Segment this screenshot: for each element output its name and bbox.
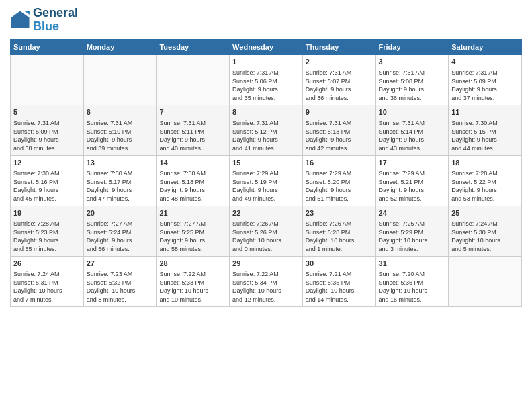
- day-info: Daylight: 10 hours: [306, 236, 373, 245]
- day-info: Sunset: 5:34 PM: [232, 279, 300, 287]
- day-info: and 42 minutes.: [306, 144, 373, 153]
- day-info: Daylight: 10 hours: [232, 287, 300, 295]
- calendar-cell: 18Sunrise: 7:28 AMSunset: 5:22 PMDayligh…: [449, 155, 522, 205]
- day-info: Sunset: 5:31 PM: [13, 279, 81, 287]
- day-info: and 36 minutes.: [379, 94, 446, 103]
- day-header-monday: Monday: [83, 39, 157, 54]
- day-info: Sunset: 5:10 PM: [87, 128, 154, 136]
- day-number: 6: [87, 107, 154, 118]
- calendar-cell: [11, 54, 84, 105]
- day-number: 4: [451, 57, 519, 67]
- day-header-sunday: Sunday: [11, 39, 84, 54]
- day-info: and 8 minutes.: [87, 295, 154, 304]
- day-info: Sunset: 5:16 PM: [13, 178, 81, 187]
- header-row: SundayMondayTuesdayWednesdayThursdayFrid…: [11, 39, 522, 54]
- day-number: 31: [379, 259, 446, 269]
- day-info: Daylight: 9 hours: [13, 136, 81, 144]
- day-info: Daylight: 9 hours: [159, 236, 226, 245]
- day-info: Sunset: 5:24 PM: [87, 228, 154, 237]
- day-info: Sunrise: 7:22 AM: [232, 270, 300, 279]
- day-info: Sunrise: 7:29 AM: [379, 169, 446, 178]
- day-number: 9: [306, 107, 373, 118]
- week-row-2: 5Sunrise: 7:31 AMSunset: 5:09 PMDaylight…: [11, 105, 522, 155]
- day-info: Daylight: 9 hours: [306, 85, 373, 94]
- day-info: Sunrise: 7:29 AM: [306, 169, 373, 178]
- calendar-cell: 28Sunrise: 7:22 AMSunset: 5:33 PMDayligh…: [157, 256, 230, 306]
- day-header-tuesday: Tuesday: [157, 39, 230, 54]
- day-info: and 49 minutes.: [232, 195, 300, 203]
- day-info: and 51 minutes.: [306, 195, 373, 203]
- day-info: and 47 minutes.: [87, 195, 154, 203]
- page-header: General Blue: [10, 7, 522, 34]
- calendar-cell: 3Sunrise: 7:31 AMSunset: 5:08 PMDaylight…: [375, 54, 449, 105]
- day-header-wednesday: Wednesday: [230, 39, 303, 54]
- calendar-cell: 4Sunrise: 7:31 AMSunset: 5:09 PMDaylight…: [449, 54, 522, 105]
- calendar-cell: 12Sunrise: 7:30 AMSunset: 5:16 PMDayligh…: [11, 155, 84, 205]
- calendar-cell: 27Sunrise: 7:23 AMSunset: 5:32 PMDayligh…: [83, 256, 157, 306]
- calendar-cell: 6Sunrise: 7:31 AMSunset: 5:10 PMDaylight…: [83, 105, 157, 155]
- day-number: 17: [379, 158, 446, 168]
- logo: General Blue: [10, 7, 78, 34]
- day-number: 11: [451, 107, 519, 118]
- day-info: Sunset: 5:13 PM: [306, 128, 373, 136]
- day-number: 16: [306, 158, 373, 168]
- day-info: Sunset: 5:32 PM: [87, 279, 154, 287]
- day-info: and 52 minutes.: [379, 195, 446, 203]
- day-info: and 37 minutes.: [451, 94, 519, 103]
- day-number: 24: [379, 208, 446, 218]
- day-info: and 53 minutes.: [451, 195, 519, 203]
- calendar-cell: 8Sunrise: 7:31 AMSunset: 5:12 PMDaylight…: [230, 105, 303, 155]
- day-info: and 35 minutes.: [232, 94, 300, 103]
- calendar-cell: 25Sunrise: 7:24 AMSunset: 5:30 PMDayligh…: [449, 205, 522, 256]
- calendar-cell: 22Sunrise: 7:26 AMSunset: 5:26 PMDayligh…: [230, 205, 303, 256]
- week-row-3: 12Sunrise: 7:30 AMSunset: 5:16 PMDayligh…: [11, 155, 522, 205]
- day-info: Daylight: 9 hours: [87, 186, 154, 195]
- day-number: 2: [306, 57, 373, 67]
- day-info: and 58 minutes.: [159, 245, 226, 254]
- calendar-cell: 31Sunrise: 7:20 AMSunset: 5:36 PMDayligh…: [375, 256, 449, 306]
- day-info: Daylight: 10 hours: [379, 287, 446, 295]
- calendar-cell: 9Sunrise: 7:31 AMSunset: 5:13 PMDaylight…: [302, 105, 375, 155]
- day-header-thursday: Thursday: [302, 39, 375, 54]
- day-info: Daylight: 10 hours: [87, 287, 154, 295]
- calendar-cell: 5Sunrise: 7:31 AMSunset: 5:09 PMDaylight…: [11, 105, 84, 155]
- day-info: Daylight: 9 hours: [306, 136, 373, 144]
- day-info: Daylight: 9 hours: [232, 186, 300, 195]
- calendar-cell: 24Sunrise: 7:25 AMSunset: 5:29 PMDayligh…: [375, 205, 449, 256]
- day-info: and 48 minutes.: [159, 195, 226, 203]
- day-info: and 5 minutes.: [451, 245, 519, 254]
- day-info: and 38 minutes.: [13, 144, 81, 153]
- day-number: 26: [13, 259, 81, 269]
- day-info: Sunset: 5:28 PM: [306, 228, 373, 237]
- day-number: 30: [306, 259, 373, 269]
- calendar-cell: 29Sunrise: 7:22 AMSunset: 5:34 PMDayligh…: [230, 256, 303, 306]
- day-number: 1: [232, 57, 300, 67]
- day-number: 22: [232, 208, 300, 218]
- day-info: Sunrise: 7:31 AM: [159, 119, 226, 128]
- day-info: Sunset: 5:36 PM: [379, 279, 446, 287]
- day-info: and 0 minutes.: [232, 245, 300, 254]
- day-info: and 40 minutes.: [159, 144, 226, 153]
- day-info: Sunrise: 7:24 AM: [13, 270, 81, 279]
- day-info: Daylight: 9 hours: [87, 136, 154, 144]
- calendar-cell: 23Sunrise: 7:26 AMSunset: 5:28 PMDayligh…: [302, 205, 375, 256]
- day-info: Daylight: 9 hours: [87, 236, 154, 245]
- day-info: Sunrise: 7:21 AM: [306, 270, 373, 279]
- calendar-cell: 13Sunrise: 7:30 AMSunset: 5:17 PMDayligh…: [83, 155, 157, 205]
- day-info: and 45 minutes.: [13, 195, 81, 203]
- week-row-4: 19Sunrise: 7:28 AMSunset: 5:23 PMDayligh…: [11, 205, 522, 256]
- day-info: Sunrise: 7:26 AM: [306, 220, 373, 228]
- day-info: Daylight: 9 hours: [159, 186, 226, 195]
- day-info: Sunset: 5:19 PM: [232, 178, 300, 187]
- day-number: 20: [87, 208, 154, 218]
- day-info: Daylight: 10 hours: [306, 287, 373, 295]
- day-info: Sunset: 5:23 PM: [13, 228, 81, 237]
- day-info: Daylight: 9 hours: [451, 136, 519, 144]
- calendar-cell: 21Sunrise: 7:27 AMSunset: 5:25 PMDayligh…: [157, 205, 230, 256]
- day-info: and 3 minutes.: [379, 245, 446, 254]
- calendar-table: SundayMondayTuesdayWednesdayThursdayFrid…: [10, 39, 522, 307]
- day-info: Sunrise: 7:25 AM: [379, 220, 446, 228]
- day-number: 29: [232, 259, 300, 269]
- day-info: and 1 minute.: [306, 245, 373, 254]
- calendar-cell: 10Sunrise: 7:31 AMSunset: 5:14 PMDayligh…: [375, 105, 449, 155]
